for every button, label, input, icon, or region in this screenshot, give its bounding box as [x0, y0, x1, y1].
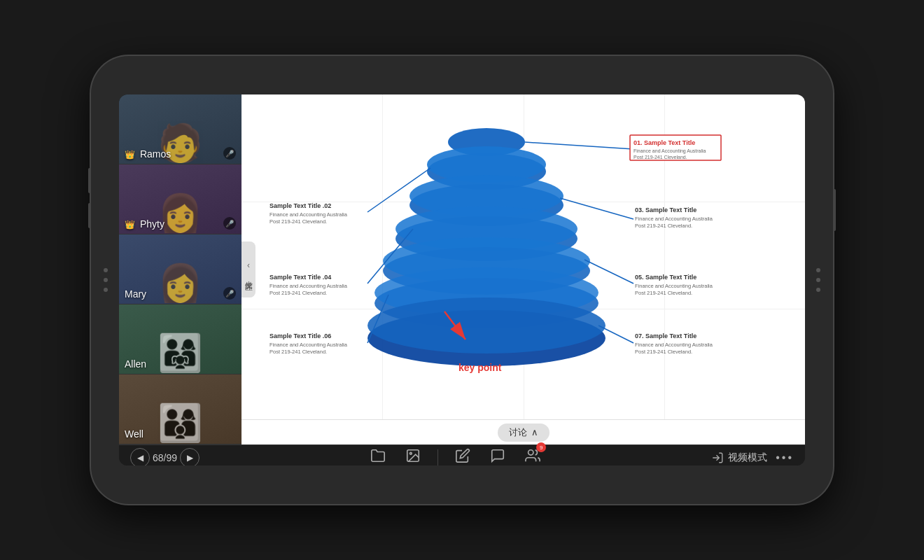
left-decoration	[104, 268, 108, 292]
svg-text:Finance and Accounting Austral: Finance and Accounting Australia	[270, 211, 348, 218]
svg-text:Sample Text Title .02: Sample Text Title .02	[270, 202, 331, 209]
volume-up-button[interactable]	[88, 168, 91, 193]
volume-down-button[interactable]	[88, 203, 91, 228]
svg-text:Post 219-241 Cleveland.: Post 219-241 Cleveland.	[270, 349, 327, 355]
crown-icon-ramos: 👑	[125, 150, 135, 160]
discussion-chevron: ∧	[531, 427, 538, 438]
svg-text:03. Sample Text Title: 03. Sample Text Title	[635, 206, 696, 214]
svg-text:01. Sample Text Title: 01. Sample Text Title	[634, 139, 695, 146]
slide-panel: ‹ 坐席区	[241, 94, 805, 444]
phone-screen: 🧑 👑 Ramos 🎤 👩 👑 Phyty	[119, 94, 805, 465]
more-options-button[interactable]: •••	[776, 451, 794, 464]
svg-text:Post 219-241 Cleveland.: Post 219-241 Cleveland.	[635, 290, 692, 296]
prev-icon: ◀	[137, 453, 144, 463]
discussion-button[interactable]: 讨论 ∧	[498, 424, 550, 442]
svg-text:Post 219-241 Cleveland.: Post 219-241 Cleveland.	[270, 290, 327, 296]
participant-well[interactable]: 👨‍👩‍👦 Well	[119, 374, 241, 444]
video-mode-label: 视频模式	[728, 451, 767, 464]
slide-diagram-svg: Sample Text Title .02 Finance and Accoun…	[241, 94, 732, 374]
svg-text:Finance and Accounting Austral: Finance and Accounting Australia	[635, 216, 713, 222]
svg-text:Post 219-241 Cleveland.: Post 219-241 Cleveland.	[634, 155, 687, 160]
svg-text:key point: key point	[458, 362, 502, 373]
right-decoration	[816, 268, 820, 292]
crown-icon-phyty: 👑	[125, 220, 135, 230]
toolbar-right-actions: 视频模式 •••	[711, 451, 794, 464]
svg-text:Sample Text Title .04: Sample Text Title .04	[270, 274, 331, 281]
bottom-toolbar: ◀ 68/99 ▶	[119, 444, 805, 465]
svg-point-46	[528, 450, 533, 455]
participant-phyty[interactable]: 👩 👑 Phyty 🎤	[119, 164, 241, 234]
next-page-button[interactable]: ▶	[180, 448, 200, 466]
participant-name-allen: Allen	[125, 358, 146, 370]
prev-page-button[interactable]: ◀	[130, 448, 150, 466]
video-mode-button[interactable]: 视频模式	[711, 451, 767, 464]
participant-allen[interactable]: 👨‍👩‍👧 Allen	[119, 304, 241, 374]
participant-ramos[interactable]: 🧑 👑 Ramos 🎤	[119, 94, 241, 164]
next-icon: ▶	[187, 453, 193, 463]
discussion-bar: 讨论 ∧	[241, 419, 805, 444]
chat-tool-icon[interactable]	[487, 445, 508, 465]
participant-sidebar: 🧑 👑 Ramos 🎤 👩 👑 Phyty	[119, 94, 241, 444]
svg-text:05. Sample Text Title: 05. Sample Text Title	[635, 274, 696, 281]
svg-text:Finance and Accounting Austral: Finance and Accounting Australia	[634, 148, 706, 154]
svg-text:Sample Text Title .06: Sample Text Title .06	[270, 332, 331, 340]
page-count: 68/99	[153, 452, 177, 463]
svg-line-16	[525, 142, 634, 149]
mic-icon-mary: 🎤	[223, 287, 236, 300]
tool-icons: 9	[368, 445, 543, 465]
participant-name-well: Well	[125, 428, 144, 440]
svg-text:07. Sample Text Title: 07. Sample Text Title	[635, 332, 696, 340]
main-content: 🧑 👑 Ramos 🎤 👩 👑 Phyty	[119, 94, 805, 444]
tool-divider	[438, 449, 438, 466]
pen-tool-icon[interactable]	[452, 445, 473, 465]
svg-point-12	[368, 298, 606, 354]
svg-text:Post 219-241 Cleveland.: Post 219-241 Cleveland.	[270, 218, 327, 225]
svg-text:Finance and Accounting Austral: Finance and Accounting Australia	[635, 283, 713, 289]
folder-tool-icon[interactable]	[368, 445, 388, 465]
svg-text:Post 219-241 Cleveland.: Post 219-241 Cleveland.	[635, 223, 692, 229]
participant-name-mary: Mary	[125, 288, 146, 300]
svg-text:Finance and Accounting Austral: Finance and Accounting Australia	[270, 283, 348, 289]
user-badge-count: 9	[536, 442, 546, 452]
svg-line-18	[584, 260, 634, 284]
svg-text:Finance and Accounting Austral: Finance and Accounting Australia	[635, 342, 713, 348]
power-button[interactable]	[833, 189, 836, 231]
svg-point-45	[410, 452, 412, 454]
svg-line-17	[560, 198, 634, 219]
discussion-label: 讨论	[509, 426, 527, 439]
phone-frame: 🧑 👑 Ramos 🎤 👩 👑 Phyty	[91, 56, 833, 504]
slide-main-area: Sample Text Title .02 Finance and Accoun…	[241, 94, 805, 419]
page-navigation: ◀ 68/99 ▶	[130, 448, 200, 466]
collapse-sidebar-button[interactable]: ‹ 坐席区	[241, 241, 255, 298]
collapse-label: 坐席区	[244, 274, 254, 279]
participant-name-ramos: 👑 Ramos	[125, 148, 171, 160]
mic-icon-phyty: 🎤	[223, 217, 236, 230]
user-tool-icon[interactable]: 9	[522, 445, 543, 465]
mic-icon-ramos: 🎤	[223, 147, 236, 160]
collapse-arrow-icon: ‹	[247, 260, 250, 270]
image-tool-icon[interactable]	[402, 445, 424, 465]
participant-name-phyty: 👑 Phyty	[125, 218, 164, 230]
svg-text:Finance and Accounting Austral: Finance and Accounting Australia	[270, 342, 348, 348]
participant-mary[interactable]: 👩 Mary 🎤	[119, 234, 241, 304]
svg-text:Post 219-241 Cleveland.: Post 219-241 Cleveland.	[635, 349, 692, 355]
